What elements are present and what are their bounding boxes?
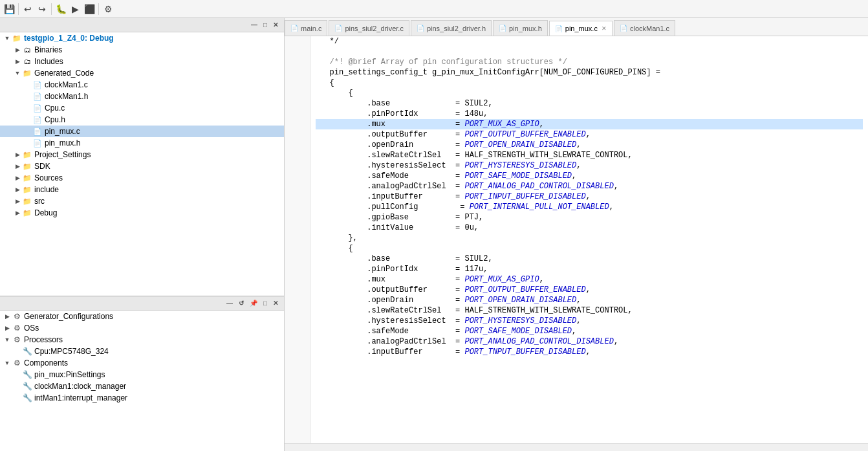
- components-pin-btn[interactable]: 📌: [248, 299, 259, 307]
- code-line-5: {: [316, 88, 863, 98]
- comp-item-gen_config[interactable]: ▶ ⚙ Generator_Configurations: [0, 311, 284, 322]
- comp-item-oss[interactable]: ▶ ⚙ OSs: [0, 322, 284, 334]
- label-src: src: [34, 197, 45, 206]
- tab-pin_mux_c[interactable]: 📄pin_mux.c✕: [549, 21, 613, 36]
- tree-item-pin_muxh[interactable]: 📄 pin_mux.h: [0, 137, 284, 149]
- code-line-29: .analogPadCtrlSel = PORT_ANALOG_PAD_CONT…: [316, 336, 863, 347]
- comp-item-cpu_proc[interactable]: 🔧 Cpu:MPC5748G_324: [0, 346, 284, 357]
- arrow-include[interactable]: ▶: [13, 185, 22, 194]
- tree-item-root[interactable]: ▼ 📁 testgpio_1_Z4_0: Debug: [0, 32, 284, 44]
- label-debug: Debug: [34, 208, 57, 217]
- label-pin_muxh: pin_mux.h: [45, 138, 80, 148]
- tree-item-clockman1c[interactable]: 📄 clockMan1.c: [0, 79, 284, 91]
- left-panel: — □ ✕ ▼ 📁 testgpio_1_Z4_0: Debug ▶ 🗂 Bin…: [0, 18, 285, 451]
- comp-arrow-components[interactable]: ▼: [3, 358, 12, 368]
- arrow-sdk[interactable]: ▶: [13, 162, 22, 171]
- tab-pins_siul2_driver_c[interactable]: 📄pins_siul2_driver.c: [329, 20, 409, 36]
- arrow-clockman1c[interactable]: [23, 80, 32, 89]
- tree-item-pin_muxc[interactable]: 📄 pin_mux.c: [0, 126, 284, 137]
- comp-label-clockman1_cm: clockMan1:clock_manager: [34, 382, 126, 391]
- label-include: include: [34, 185, 59, 194]
- code-line-14: .analogPadCtrlSel = PORT_ANALOG_PAD_CONT…: [316, 181, 863, 192]
- tab-icon-pins_siul2_driver_c: 📄: [334, 25, 342, 32]
- code-line-22: .pinPortIdx = 117u,: [316, 264, 863, 274]
- tree-item-project_settings[interactable]: ▶ 📁 Project_Settings: [0, 149, 284, 160]
- tree-item-sdk[interactable]: ▶ 📁 SDK: [0, 160, 284, 172]
- toolbar-icon-3[interactable]: ↪: [36, 3, 49, 16]
- comp-icon-intman1_im: 🔧: [22, 393, 32, 403]
- header-actions: — □ ✕: [249, 21, 280, 29]
- tab-bar: 📄main.c📄pins_siul2_driver.c📄pins_siul2_d…: [285, 18, 868, 36]
- tab-pins_siul2_driver_h[interactable]: 📄pins_siul2_driver.h: [411, 20, 492, 36]
- arrow-generated_code[interactable]: ▼: [13, 69, 22, 78]
- label-clockman1h: clockMan1.h: [45, 92, 88, 101]
- tab-icon-pin_mux_c: 📄: [555, 25, 563, 32]
- comp-item-components[interactable]: ▼ ⚙ Components: [0, 357, 284, 369]
- toolbar-icon-stop[interactable]: ⬛: [83, 3, 96, 16]
- arrow-cpuc[interactable]: [23, 104, 32, 113]
- toolbar-icon-2[interactable]: ↩: [21, 3, 34, 16]
- tree-item-include[interactable]: ▶ 📁 include: [0, 184, 284, 195]
- toolbar-icon-debug[interactable]: 🐛: [54, 3, 67, 16]
- icon-clockman1h: 📄: [32, 91, 43, 102]
- arrow-src[interactable]: ▶: [13, 197, 22, 206]
- arrow-pin_muxc[interactable]: [23, 127, 32, 136]
- arrow-cpuh[interactable]: [23, 115, 32, 124]
- comp-item-pin_mux_ps[interactable]: 🔧 pin_mux:PinSettings: [0, 369, 284, 380]
- components-maximize-btn[interactable]: □: [261, 299, 269, 307]
- comp-item-clockman1_cm[interactable]: 🔧 clockMan1:clock_manager: [0, 380, 284, 392]
- arrow-project_settings[interactable]: ▶: [13, 150, 22, 159]
- components-minimize-btn[interactable]: —: [224, 299, 235, 307]
- code-line-2: /*! @brief Array of pin configuration st…: [316, 57, 863, 67]
- tree-item-clockman1h[interactable]: 📄 clockMan1.h: [0, 91, 284, 102]
- tree-item-src[interactable]: ▶ 📁 src: [0, 195, 284, 207]
- components-panel: — ↺ 📌 □ ✕ ▶ ⚙ Generator_Configurations ▶…: [0, 296, 284, 451]
- tree-item-binaries[interactable]: ▶ 🗂 Binaries: [0, 44, 284, 56]
- components-close-btn[interactable]: ✕: [271, 299, 280, 307]
- comp-arrow-clockman1_cm[interactable]: [13, 382, 22, 391]
- tab-clockman1_c[interactable]: 📄clockMan1.c: [614, 20, 675, 36]
- tree-item-generated_code[interactable]: ▼ 📁 Generated_Code: [0, 67, 284, 79]
- tree-item-includes[interactable]: ▶ 🗂 Includes: [0, 56, 284, 67]
- arrow-includes[interactable]: ▶: [13, 57, 22, 66]
- toolbar-icon-settings[interactable]: ⚙: [102, 3, 114, 16]
- icon-pin_muxh: 📄: [32, 138, 43, 148]
- code-line-6: .base = SIUL2,: [316, 98, 863, 109]
- tree-item-sources[interactable]: ▶ 📁 Sources: [0, 172, 284, 184]
- comp-arrow-pin_mux_ps[interactable]: [13, 370, 22, 379]
- code-line-19: },: [316, 233, 863, 243]
- minimize-btn[interactable]: —: [249, 21, 259, 29]
- bottom-scrollbar[interactable]: [285, 443, 868, 451]
- arrow-debug[interactable]: ▶: [13, 208, 22, 217]
- comp-arrow-cpu_proc[interactable]: [13, 347, 22, 356]
- comp-item-intman1_im[interactable]: 🔧 intMan1:interrupt_manager: [0, 392, 284, 404]
- tab-pin_mux_h[interactable]: 📄pin_mux.h: [493, 20, 548, 36]
- maximize-btn[interactable]: □: [261, 21, 269, 29]
- comp-arrow-processors[interactable]: ▼: [3, 335, 12, 344]
- components-refresh-btn[interactable]: ↺: [237, 299, 246, 307]
- arrow-binaries[interactable]: ▶: [13, 45, 22, 54]
- comp-item-processors[interactable]: ▼ ⚙ Processors: [0, 334, 284, 346]
- code-line-17: .gpioBase = PTJ,: [316, 212, 863, 223]
- tab-close-pin_mux_c[interactable]: ✕: [602, 25, 607, 32]
- comp-arrow-oss[interactable]: ▶: [3, 324, 12, 333]
- tree-item-debug[interactable]: ▶ 📁 Debug: [0, 207, 284, 219]
- label-sources: Sources: [34, 173, 63, 182]
- sep-2: [51, 3, 52, 15]
- toolbar-icon-1[interactable]: 💾: [3, 3, 16, 16]
- label-pin_muxc: pin_mux.c: [45, 127, 80, 136]
- tab-main_c[interactable]: 📄main.c: [285, 20, 327, 36]
- arrow-root[interactable]: ▼: [3, 34, 12, 43]
- arrow-clockman1h[interactable]: [23, 92, 32, 101]
- label-binaries: Binaries: [34, 45, 62, 54]
- arrow-pin_muxh[interactable]: [23, 138, 32, 148]
- toolbar-icon-run[interactable]: ▶: [69, 3, 81, 16]
- comp-arrow-gen_config[interactable]: ▶: [3, 312, 12, 321]
- arrow-sources[interactable]: ▶: [13, 173, 22, 182]
- close-btn[interactable]: ✕: [271, 21, 280, 29]
- comp-arrow-intman1_im[interactable]: [13, 393, 22, 402]
- code-editor[interactable]: */ /*! @brief Array of pin configuration…: [285, 36, 868, 443]
- tree-item-cpuc[interactable]: 📄 Cpu.c: [0, 102, 284, 114]
- icon-cpuc: 📄: [32, 103, 43, 113]
- tree-item-cpuh[interactable]: 📄 Cpu.h: [0, 114, 284, 126]
